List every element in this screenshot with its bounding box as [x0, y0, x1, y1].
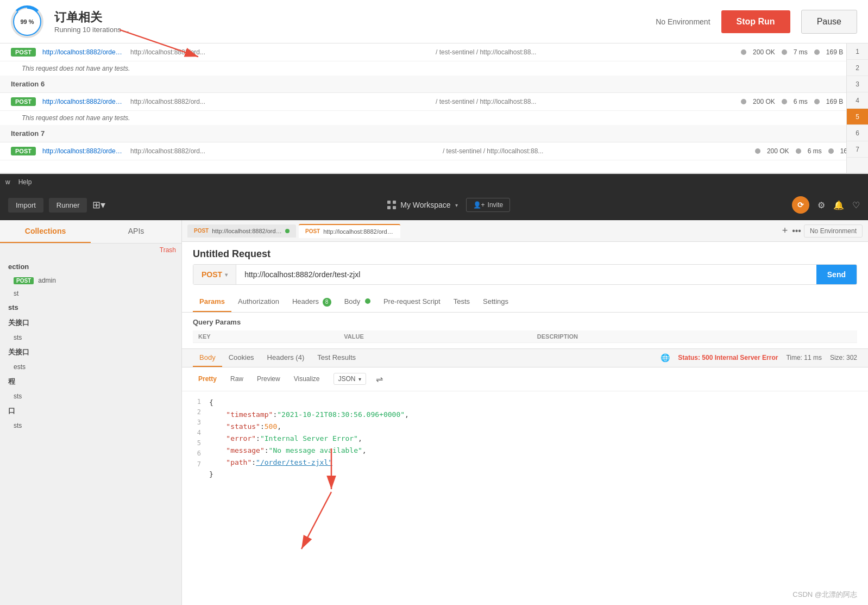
runner-button[interactable]: Runner — [49, 198, 87, 213]
sidebar-section-kou[interactable]: 口 — [0, 403, 181, 419]
time-val: 6 ms — [794, 98, 808, 105]
workspace-label: My Workspace — [400, 201, 450, 209]
resp-tab-headers[interactable]: Headers (4) — [261, 349, 311, 367]
req-path: / test-sentinel / http://localhost:88... — [436, 48, 734, 56]
runner-request-row-partial: POST http://localhost:8882/order/testB h… — [0, 142, 868, 160]
request-name: Untitled Request — [182, 242, 868, 264]
stop-run-button[interactable]: Stop Run — [721, 10, 790, 33]
headers-label: Headers — [292, 297, 319, 305]
sidebar-section-guanjiekou[interactable]: 关接口 — [0, 315, 181, 331]
method-chevron: ▾ — [225, 272, 228, 278]
req-tab-body[interactable]: Body — [338, 293, 377, 312]
request-tab-2[interactable]: POST http://localhost:8882/order/t... — [299, 224, 400, 238]
sidebar-section-sts[interactable]: sts — [0, 300, 181, 315]
method-badge: POST — [11, 147, 36, 155]
iter-num-3[interactable]: 3 — [847, 76, 868, 92]
status-dot — [741, 99, 746, 104]
query-params-label: Query Params — [193, 318, 857, 326]
bell-icon[interactable]: 🔔 — [833, 200, 844, 210]
req-url2: http://localhost:8882/ord... — [130, 48, 429, 56]
watermark: CSDN @北漂的阿志 — [792, 590, 857, 600]
format-select[interactable]: JSON ▾ — [334, 373, 366, 385]
sidebar-item-text: ests — [14, 363, 26, 371]
runner-subtitle: Running 10 iterations ... — [54, 26, 645, 34]
new-tab-icon[interactable]: ⊞▾ — [92, 199, 105, 211]
resp-tab-body[interactable]: Body — [193, 349, 222, 367]
request-area: POST http://localhost:8882/order/te... P… — [182, 220, 868, 605]
sidebar-section-cheng[interactable]: 程 — [0, 373, 181, 390]
method-badge: POST — [11, 97, 36, 106]
sidebar-item[interactable]: ests — [0, 360, 181, 373]
sidebar-item[interactable]: sts — [0, 331, 181, 344]
body-tab-preview[interactable]: Preview — [251, 373, 286, 385]
method-select[interactable]: POST ▾ — [193, 265, 236, 284]
iter-num-6[interactable]: 6 — [847, 125, 868, 141]
no-environment-badge[interactable]: No Environment — [804, 224, 863, 238]
time-dot — [782, 99, 787, 104]
trash-button[interactable]: Trash — [160, 246, 176, 254]
iter-num-5[interactable]: 5 — [847, 109, 868, 125]
request-tab-1[interactable]: POST http://localhost:8882/order/te... — [187, 224, 296, 238]
url-input[interactable] — [236, 265, 816, 284]
resp-tab-cookies[interactable]: Cookies — [222, 349, 261, 367]
req-tab-headers[interactable]: Headers 8 — [286, 293, 338, 312]
pause-button[interactable]: Pause — [801, 10, 857, 34]
code-content: { "timestamp": "2021-10-21T08:30:56.096+… — [209, 397, 857, 481]
req-tab-tests[interactable]: Tests — [447, 293, 476, 312]
code-line-3: "status": 500, — [209, 421, 857, 433]
iter-num-1[interactable]: 1 — [847, 43, 868, 60]
col-key: KEY — [193, 330, 338, 343]
menu-item-w[interactable]: w — [5, 178, 10, 186]
iter-num-7[interactable]: 7 — [847, 141, 868, 158]
iter-num-2[interactable]: 2 — [847, 60, 868, 76]
globe-icon: 🌐 — [661, 353, 670, 362]
req-url: http://localhost:8882/order/testB — [42, 98, 124, 105]
tab-label-2: http://localhost:8882/order/t... — [323, 228, 394, 235]
runner-request-row: POST http://localhost:8882/order/testB h… — [0, 93, 868, 111]
progress-percent: 99 % — [14, 9, 40, 35]
wrap-button[interactable]: ⇌ — [372, 372, 387, 386]
tab-apis[interactable]: APIs — [91, 220, 181, 243]
tab-label-1: http://localhost:8882/order/te... — [212, 228, 282, 234]
workspace-button[interactable]: My Workspace ▾ — [387, 201, 457, 209]
sidebar-item[interactable]: sts — [0, 390, 181, 403]
workspace-chevron: ▾ — [455, 202, 458, 208]
tab-collections[interactable]: Collections — [0, 220, 91, 243]
code-line-4: "error": "Internal Server Error", — [209, 433, 857, 445]
time-val: 7 ms — [794, 48, 808, 56]
tabs-more-button[interactable]: ••• — [792, 225, 801, 236]
heart-icon[interactable]: ♡ — [852, 200, 860, 210]
col-value: VALUE — [338, 330, 531, 343]
sidebar-section-ection[interactable]: ection — [0, 259, 181, 274]
req-url: http://localhost:8882/order/testB — [42, 147, 124, 155]
col-description: DESCRIPTION — [532, 330, 857, 343]
svg-line-5 — [301, 492, 331, 549]
invite-button[interactable]: 👤+ Invite — [466, 198, 511, 212]
no-tests-message: This request does not have any tests. — [0, 61, 868, 76]
iter-num-4[interactable]: 4 — [847, 92, 868, 109]
add-tab-button[interactable]: + — [782, 225, 788, 236]
resp-tab-test-results[interactable]: Test Results — [311, 349, 362, 367]
req-tab-authorization[interactable]: Authorization — [231, 293, 286, 312]
response-status: Status: 500 Internal Server Error — [678, 354, 778, 361]
req-tab-prerequest[interactable]: Pre-request Script — [377, 293, 447, 312]
body-tab-visualize[interactable]: Visualize — [288, 373, 325, 385]
send-button[interactable]: Send — [816, 265, 857, 284]
body-tab-raw[interactable]: Raw — [225, 373, 249, 385]
tab-dot-1 — [285, 229, 290, 233]
tab-method-1: POST — [194, 228, 209, 234]
req-tab-settings[interactable]: Settings — [476, 293, 515, 312]
menu-item-help[interactable]: Help — [18, 178, 32, 186]
settings-icon[interactable]: ⚙ — [817, 200, 825, 210]
body-tab-pretty[interactable]: Pretty — [193, 373, 222, 385]
sidebar-item[interactable]: POST admin — [0, 274, 181, 287]
import-button[interactable]: Import — [8, 198, 43, 213]
sidebar-item[interactable]: sts — [0, 419, 181, 432]
url-bar: POST ▾ Send — [193, 264, 857, 285]
status-dot — [741, 49, 746, 55]
sidebar-item[interactable]: st — [0, 287, 181, 300]
sidebar-section-guanjiekou2[interactable]: 关接口 — [0, 344, 181, 360]
progress-circle: 99 % — [11, 5, 43, 38]
code-view: 1 2 3 4 5 6 7 { "timestamp": "2021-10-21… — [182, 391, 868, 487]
req-tab-params[interactable]: Params — [193, 293, 231, 312]
